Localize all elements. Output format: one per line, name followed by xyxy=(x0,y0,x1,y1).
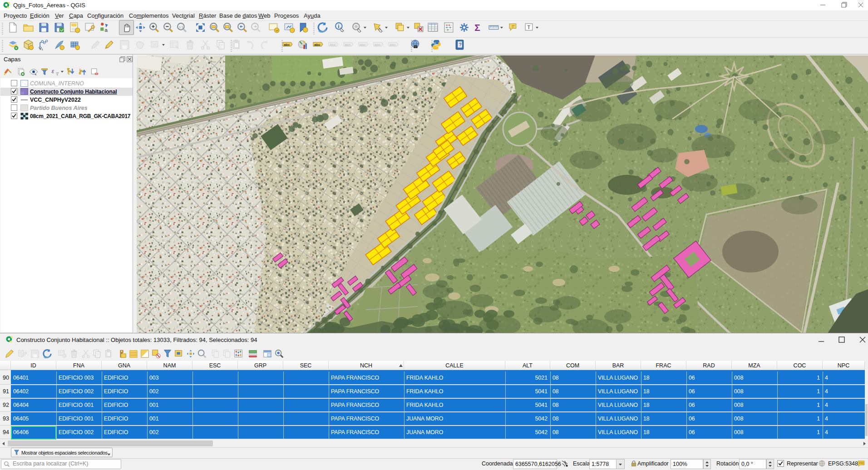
svg-text:i: i xyxy=(338,24,339,29)
svg-text:Vₓ: Vₓ xyxy=(39,46,43,50)
svg-text:abc: abc xyxy=(360,43,366,47)
svg-text:ε: ε xyxy=(52,68,54,74)
svg-text:abc: abc xyxy=(314,43,321,47)
svg-text:abc: abc xyxy=(330,43,336,47)
svg-text:1:1: 1:1 xyxy=(179,25,183,29)
svg-text:abc: abc xyxy=(284,43,290,47)
svg-text:a: a xyxy=(105,27,108,33)
svg-text:abc: abc xyxy=(345,43,351,47)
svg-text:abc: abc xyxy=(390,43,396,47)
svg-text:?: ? xyxy=(459,42,461,47)
svg-text:Σ: Σ xyxy=(474,22,480,33)
svg-text:abc: abc xyxy=(375,43,381,47)
svg-text:T: T xyxy=(527,25,530,30)
